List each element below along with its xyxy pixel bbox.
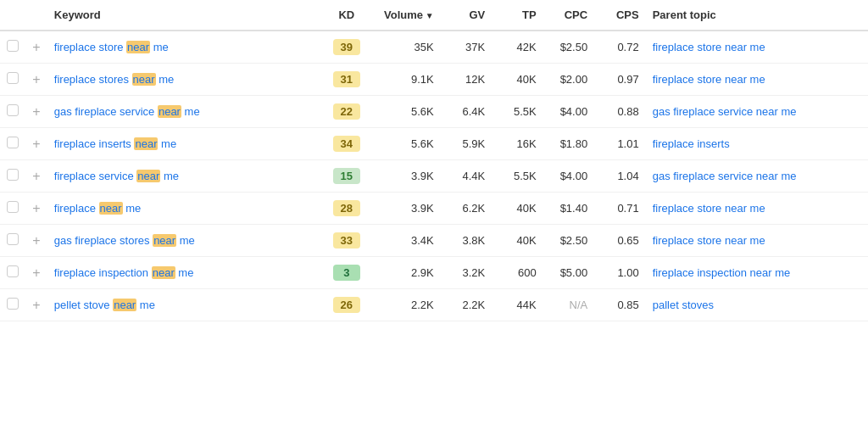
row-checkbox[interactable] [7,233,19,245]
add-keyword-button[interactable]: + [32,169,40,183]
table-row: +fireplace inspection near me32.9K3.2K60… [0,257,868,289]
col-header-check [0,0,25,31]
row-checkbox[interactable] [7,298,19,310]
col-header-gv: GV [441,0,492,31]
volume-cell: 2.9K [372,257,441,289]
table-row: +fireplace inserts near me345.6K5.9K16K$… [0,128,868,160]
row-checkbox[interactable] [7,169,19,181]
kd-badge: 31 [333,71,360,87]
gv-cell: 3.2K [441,257,492,289]
cps-cell: 1.01 [594,128,646,160]
col-header-volume[interactable]: Volume [372,0,441,31]
cps-cell: 0.88 [594,96,646,128]
keyword-table-container: Keyword KD Volume GV TP CPC CPS Parent t… [0,0,868,321]
table-row: +fireplace service near me153.9K4.4K5.5K… [0,160,868,193]
col-header-plus [25,0,47,31]
add-keyword-button[interactable]: + [32,201,40,215]
keyword-link[interactable]: fireplace store near me [54,41,169,53]
table-row: +fireplace store near me3935K37K42K$2.50… [0,31,868,64]
volume-cell: 3.4K [372,225,441,257]
add-keyword-button[interactable]: + [32,40,40,54]
table-row: +fireplace stores near me319.1K12K40K$2.… [0,64,868,96]
kd-badge: 22 [333,103,360,120]
keyword-highlight: near [99,202,123,215]
col-header-cpc: CPC [543,0,595,31]
parent-topic-link[interactable]: gas fireplace service near me [653,105,797,118]
keyword-link[interactable]: gas fireplace service near me [54,105,200,118]
parent-topic-link[interactable]: fireplace store near me [653,41,765,53]
tp-cell: 5.5K [492,160,543,193]
col-header-keyword: Keyword [47,0,321,31]
tp-cell: 40K [492,193,543,225]
cps-cell: 0.85 [594,289,646,321]
keyword-table: Keyword KD Volume GV TP CPC CPS Parent t… [0,0,868,321]
keyword-highlight: near [126,41,150,53]
volume-cell: 5.6K [372,128,441,160]
gv-cell: 37K [441,31,492,64]
cps-cell: 1.04 [594,160,646,193]
row-checkbox[interactable] [7,137,19,148]
cps-cell: 1.00 [594,257,646,289]
kd-badge: 28 [333,200,360,216]
kd-badge: 39 [333,39,360,55]
parent-topic-link[interactable]: fireplace inserts [653,137,730,150]
gv-cell: 2.2K [441,289,492,321]
keyword-link[interactable]: fireplace stores near me [54,73,174,86]
add-keyword-button[interactable]: + [32,72,40,87]
add-keyword-button[interactable]: + [32,104,40,119]
cps-cell: 0.97 [594,64,646,96]
kd-badge: 3 [333,265,360,281]
row-checkbox[interactable] [7,201,19,213]
tp-cell: 40K [492,225,543,257]
kd-badge: 15 [333,168,360,184]
parent-topic-link[interactable]: gas fireplace service near me [653,170,797,182]
volume-cell: 5.6K [372,96,441,128]
cpc-cell: $2.50 [543,31,595,64]
keyword-link[interactable]: gas fireplace stores near me [54,234,195,247]
keyword-link[interactable]: fireplace inspection near me [54,266,194,279]
parent-topic-link[interactable]: fireplace store near me [653,73,765,86]
row-checkbox[interactable] [7,72,19,84]
col-header-parent: Parent topic [646,0,868,31]
volume-cell: 35K [372,31,441,64]
parent-topic-link[interactable]: fireplace inspection near me [653,266,791,279]
cpc-cell: $2.50 [543,225,595,257]
parent-topic-link[interactable]: fireplace store near me [653,202,765,215]
keyword-link[interactable]: pellet stove near me [54,299,155,311]
table-row: +gas fireplace stores near me333.4K3.8K4… [0,225,868,257]
col-header-tp: TP [492,0,543,31]
add-keyword-button[interactable]: + [32,265,40,280]
tp-cell: 44K [492,289,543,321]
volume-cell: 3.9K [372,193,441,225]
table-row: +fireplace near me283.9K6.2K40K$1.400.71… [0,193,868,225]
keyword-link[interactable]: fireplace near me [54,202,141,215]
table-header-row: Keyword KD Volume GV TP CPC CPS Parent t… [0,0,868,31]
keyword-link[interactable]: fireplace service near me [54,170,179,182]
keyword-highlight: near [113,299,136,311]
cpc-cell: $1.40 [543,193,595,225]
row-checkbox[interactable] [7,104,19,116]
keyword-highlight: near [153,234,176,247]
tp-cell: 40K [492,64,543,96]
row-checkbox[interactable] [7,40,19,52]
table-row: +gas fireplace service near me225.6K6.4K… [0,96,868,128]
add-keyword-button[interactable]: + [32,298,40,312]
keyword-highlight: near [158,105,181,118]
tp-cell: 5.5K [492,96,543,128]
kd-badge: 26 [333,297,360,313]
gv-cell: 4.4K [441,160,492,193]
gv-cell: 6.2K [441,193,492,225]
row-checkbox[interactable] [7,265,19,277]
add-keyword-button[interactable]: + [32,137,40,151]
keyword-link[interactable]: fireplace inserts near me [54,137,176,150]
gv-cell: 5.9K [441,128,492,160]
parent-topic-link[interactable]: pallet stoves [653,299,714,311]
col-header-kd: KD [321,0,373,31]
parent-topic-link[interactable]: fireplace store near me [653,234,765,247]
add-keyword-button[interactable]: + [32,233,40,248]
gv-cell: 3.8K [441,225,492,257]
kd-badge: 33 [333,232,360,249]
cps-cell: 0.65 [594,225,646,257]
cpc-cell: $1.80 [543,128,595,160]
tp-cell: 16K [492,128,543,160]
